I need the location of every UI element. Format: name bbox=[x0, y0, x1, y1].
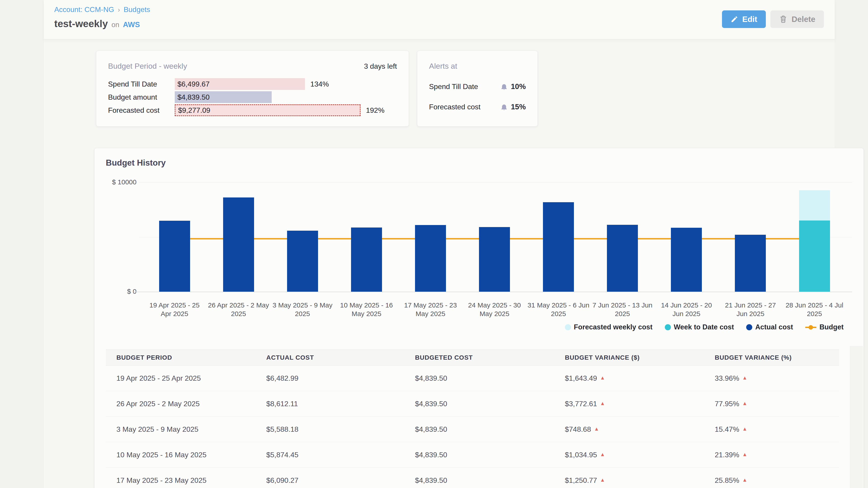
actual-cost-dot-icon bbox=[746, 324, 752, 330]
legend-forecasted-weekly-cost[interactable]: Forecasted weekly cost bbox=[565, 323, 653, 331]
table-row: 3 May 2025 - 9 May 2025 $5,588.18 $4,839… bbox=[106, 417, 839, 442]
breadcrumb: Account: CCM-NG › Budgets bbox=[54, 5, 150, 14]
table-row: 19 Apr 2025 - 25 Apr 2025 $6,482.99 $4,8… bbox=[106, 365, 839, 391]
spend-till-date-percent: 134% bbox=[310, 80, 329, 88]
cell-actual-cost: $6,090.27 bbox=[266, 476, 415, 485]
xtick-label: 17 May 2025 - 23May 2025 bbox=[394, 301, 467, 318]
cell-budget-period: 3 May 2025 - 9 May 2025 bbox=[116, 425, 266, 433]
col-budget-variance-pct: BUDGET VARIANCE (%) bbox=[715, 354, 839, 361]
budget-period-rows: Spend Till Date $6,499.67 134% Budget am… bbox=[108, 78, 397, 116]
xtick-label: 10 May 2025 - 16May 2025 bbox=[330, 301, 403, 318]
forecast-weekly-bar[interactable] bbox=[799, 190, 830, 221]
xtick-label: 21 Jun 2025 - 27Jun 2025 bbox=[714, 301, 786, 318]
page-title: test-weekly bbox=[54, 18, 108, 29]
budget-line-icon bbox=[805, 324, 816, 330]
legend-actual-cost[interactable]: Actual cost bbox=[746, 323, 793, 331]
delete-button[interactable]: Delete bbox=[770, 10, 824, 28]
triangle-up-icon: ▲ bbox=[600, 452, 605, 457]
xtick-label: 7 Jun 2025 - 13 Jun2025 bbox=[586, 301, 659, 318]
actual-cost-bar[interactable] bbox=[543, 202, 574, 292]
xtick-label: 24 May 2025 - 30May 2025 bbox=[458, 301, 531, 318]
breadcrumb-account-link[interactable]: Account: CCM-NG bbox=[54, 5, 114, 14]
ytick-0: $ 0 bbox=[94, 288, 136, 295]
content-column: Account: CCM-NG › Budgets test-weekly on… bbox=[43, 0, 835, 488]
header-actions: Edit Delete bbox=[722, 10, 824, 28]
legend-budget[interactable]: Budget bbox=[805, 323, 844, 331]
chart-plot-area bbox=[139, 177, 852, 293]
cell-variance-usd: $748.68▲ bbox=[565, 425, 715, 433]
col-actual-cost: ACTUAL COST bbox=[266, 354, 415, 361]
triangle-up-icon: ▲ bbox=[742, 452, 747, 457]
cell-actual-cost: $8,612.11 bbox=[266, 400, 415, 408]
xtick-label: 28 Jun 2025 - 4 Jul2025 bbox=[778, 301, 850, 318]
budget-history-panel: Budget History $ 10000 $ 0 19 Apr 2025 -… bbox=[94, 148, 864, 488]
xtick-label: 19 Apr 2025 - 25Apr 2025 bbox=[138, 301, 211, 318]
cell-variance-usd: $1,034.95▲ bbox=[565, 451, 715, 459]
cell-actual-cost: $5,874.45 bbox=[266, 451, 415, 459]
triangle-up-icon: ▲ bbox=[600, 401, 605, 406]
xtick-label: 26 Apr 2025 - 2 May2025 bbox=[202, 301, 275, 318]
cell-variance-usd: $3,772.61▲ bbox=[565, 400, 715, 408]
legend-week-to-date-cost[interactable]: Week to Date cost bbox=[665, 323, 734, 331]
alert-row-spend: Spend Till Date 10% bbox=[429, 82, 526, 91]
xtick-label: 31 May 2025 - 6 Jun2025 bbox=[522, 301, 595, 318]
page-header: Account: CCM-NG › Budgets test-weekly on… bbox=[43, 0, 835, 39]
actual-cost-bar[interactable] bbox=[479, 227, 510, 292]
table-scrollbar[interactable] bbox=[850, 346, 863, 488]
forecasted-cost-row: Forecasted cost $9,277.09 192% bbox=[108, 104, 397, 116]
actual-cost-bar[interactable] bbox=[223, 197, 254, 292]
cell-variance-pct: 33.96%▲ bbox=[715, 374, 839, 383]
alert-forecast-percent: 15% bbox=[511, 103, 526, 111]
actual-cost-bar[interactable] bbox=[607, 225, 638, 292]
cell-variance-pct: 25.85%▲ bbox=[715, 476, 839, 485]
cell-actual-cost: $6,482.99 bbox=[266, 374, 415, 383]
triangle-up-icon: ▲ bbox=[600, 477, 605, 483]
table-row: 17 May 2025 - 23 May 2025 $6,090.27 $4,8… bbox=[106, 468, 839, 488]
spend-till-date-bar: $6,499.67 bbox=[175, 78, 305, 90]
triangle-up-icon: ▲ bbox=[742, 375, 747, 381]
alert-forecast-label: Forecasted cost bbox=[429, 103, 480, 111]
triangle-up-icon: ▲ bbox=[600, 375, 605, 381]
table-row: 10 May 2025 - 16 May 2025 $5,874.45 $4,8… bbox=[106, 442, 839, 468]
edit-button[interactable]: Edit bbox=[722, 10, 766, 28]
week-to-date-bar[interactable] bbox=[799, 221, 830, 292]
budget-amount-label: Budget amount bbox=[108, 93, 175, 101]
actual-cost-bar[interactable] bbox=[159, 221, 190, 292]
cell-budget-period: 10 May 2025 - 16 May 2025 bbox=[116, 451, 266, 459]
cell-variance-pct: 15.47%▲ bbox=[715, 425, 839, 433]
pencil-icon bbox=[731, 15, 738, 23]
actual-cost-bar[interactable] bbox=[735, 235, 766, 292]
xtick-label: 3 May 2025 - 9 May2025 bbox=[266, 301, 339, 318]
actual-cost-bar[interactable] bbox=[351, 228, 382, 292]
breadcrumb-chevron-icon: › bbox=[118, 6, 120, 13]
actual-cost-bar[interactable] bbox=[671, 228, 702, 292]
cell-budgeted-cost: $4,839.50 bbox=[415, 374, 565, 383]
triangle-up-icon: ▲ bbox=[742, 426, 747, 431]
alert-spend-percent: 10% bbox=[511, 82, 526, 91]
col-budgeted-cost: BUDGETED COST bbox=[415, 354, 565, 361]
trash-icon bbox=[779, 15, 787, 24]
bell-icon bbox=[500, 83, 508, 91]
cell-budget-period: 26 Apr 2025 - 2 May 2025 bbox=[116, 400, 266, 408]
spend-till-date-label: Spend Till Date bbox=[108, 80, 175, 88]
col-budget-variance-usd: BUDGET VARIANCE ($) bbox=[565, 354, 715, 361]
bell-icon bbox=[500, 103, 508, 111]
budget-amount-bar: $4,839.50 bbox=[175, 91, 272, 103]
chart-legend: Forecasted weekly cost Week to Date cost… bbox=[565, 323, 844, 332]
breadcrumb-budgets-link[interactable]: Budgets bbox=[124, 5, 150, 14]
forecasted-cost-percent: 192% bbox=[366, 106, 384, 115]
table-header-row: BUDGET PERIOD ACTUAL COST BUDGETED COST … bbox=[106, 350, 839, 365]
alert-spend-label: Spend Till Date bbox=[429, 83, 478, 91]
forecast-dot-icon bbox=[565, 324, 571, 330]
col-budget-period: BUDGET PERIOD bbox=[116, 354, 266, 361]
days-left-label: 3 days left bbox=[364, 62, 397, 70]
alert-row-forecast: Forecasted cost 15% bbox=[429, 103, 526, 111]
table-row: 26 Apr 2025 - 2 May 2025 $8,612.11 $4,83… bbox=[106, 391, 839, 417]
alerts-card-title: Alerts at bbox=[429, 62, 457, 70]
week-to-date-dot-icon bbox=[665, 324, 671, 330]
actual-cost-bar[interactable] bbox=[415, 225, 446, 292]
budget-amount-row: Budget amount $4,839.50 bbox=[108, 91, 397, 103]
cell-variance-usd: $1,250.77▲ bbox=[565, 476, 715, 485]
actual-cost-bar[interactable] bbox=[287, 231, 318, 292]
budget-history-table: BUDGET PERIOD ACTUAL COST BUDGETED COST … bbox=[106, 350, 839, 488]
